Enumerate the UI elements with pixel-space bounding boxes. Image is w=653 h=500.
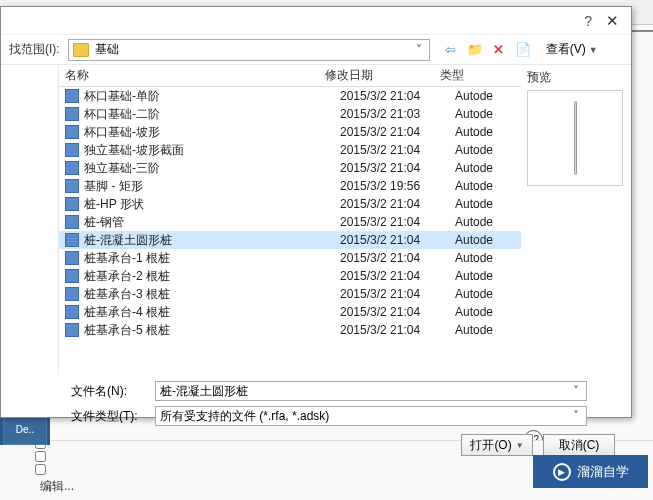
file-name: 杯口基础-单阶 bbox=[84, 88, 340, 105]
file-date: 2015/3/2 21:03 bbox=[340, 107, 455, 121]
file-date: 2015/3/2 19:56 bbox=[340, 179, 455, 193]
filetype-label: 文件类型(T): bbox=[71, 408, 149, 425]
file-type: Autode bbox=[455, 161, 505, 175]
col-type[interactable]: 类型 bbox=[440, 67, 490, 84]
file-row[interactable]: 杯口基础-二阶2015/3/2 21:03Autode bbox=[59, 105, 521, 123]
filename-value: 桩-混凝土圆形桩 bbox=[160, 383, 248, 400]
lookin-value: 基础 bbox=[95, 41, 119, 58]
file-type: Autode bbox=[455, 107, 505, 121]
nav-icons: ⇦ 📁 ✕ 📄 bbox=[442, 41, 532, 59]
folder-icon bbox=[73, 43, 89, 57]
file-name: 杯口基础-坡形 bbox=[84, 124, 340, 141]
file-type: Autode bbox=[455, 125, 505, 139]
file-date: 2015/3/2 21:04 bbox=[340, 197, 455, 211]
col-name[interactable]: 名称 bbox=[65, 67, 325, 84]
file-row[interactable]: 桩-钢管2015/3/2 21:04Autode bbox=[59, 213, 521, 231]
file-name: 桩-HP 形状 bbox=[84, 196, 340, 213]
watermark-sub: zixue.3d66.com bbox=[587, 489, 643, 498]
file-row[interactable]: 桩基承台-2 根桩2015/3/2 21:04Autode bbox=[59, 267, 521, 285]
file-row[interactable]: 桩-混凝土圆形桩2015/3/2 21:04Autode bbox=[59, 231, 521, 249]
file-row[interactable]: 杯口基础-单阶2015/3/2 21:04Autode bbox=[59, 87, 521, 105]
lookin-label: 找范围(I): bbox=[9, 41, 60, 58]
filename-combo[interactable]: 桩-混凝土圆形桩 ˅ bbox=[155, 381, 587, 401]
file-icon bbox=[65, 251, 79, 265]
file-row[interactable]: 独立基础-三阶2015/3/2 21:04Autode bbox=[59, 159, 521, 177]
cancel-button[interactable]: 取消(C) bbox=[543, 434, 615, 456]
file-type: Autode bbox=[455, 305, 505, 319]
file-row[interactable]: 独立基础-坡形截面2015/3/2 21:04Autode bbox=[59, 141, 521, 159]
file-row[interactable]: 杯口基础-坡形2015/3/2 21:04Autode bbox=[59, 123, 521, 141]
dialog-toolbar: 找范围(I): 基础 ˅ ⇦ 📁 ✕ 📄 查看(V) ▼ bbox=[1, 35, 631, 65]
file-row[interactable]: 桩基承台-5 根桩2015/3/2 21:04Autode bbox=[59, 321, 521, 339]
help-icon[interactable]: ? bbox=[584, 13, 592, 29]
file-date: 2015/3/2 21:04 bbox=[340, 251, 455, 265]
file-row[interactable]: 桩基承台-4 根桩2015/3/2 21:04Autode bbox=[59, 303, 521, 321]
preview-pane: 预览 bbox=[521, 65, 631, 375]
file-name: 独立基础-坡形截面 bbox=[84, 142, 340, 159]
file-row[interactable]: 桩-HP 形状2015/3/2 21:04Autode bbox=[59, 195, 521, 213]
dialog-titlebar: ? ✕ bbox=[1, 7, 631, 35]
file-icon bbox=[65, 143, 79, 157]
watermark: ▶ 溜溜自学 bbox=[533, 455, 648, 488]
file-name: 桩-混凝土圆形桩 bbox=[84, 232, 340, 249]
preview-label: 预览 bbox=[527, 69, 625, 86]
file-date: 2015/3/2 21:04 bbox=[340, 269, 455, 283]
file-icon bbox=[65, 125, 79, 139]
preview-shape bbox=[574, 101, 577, 175]
file-type: Autode bbox=[455, 323, 505, 337]
file-icon bbox=[65, 197, 79, 211]
filetype-value: 所有受支持的文件 (*.rfa, *.adsk) bbox=[160, 408, 329, 425]
lookin-combo[interactable]: 基础 ˅ bbox=[68, 39, 430, 61]
chevron-down-icon: ˅ bbox=[411, 43, 427, 57]
dialog-places bbox=[1, 65, 59, 375]
file-name: 桩基承台-2 根桩 bbox=[84, 268, 340, 285]
file-icon bbox=[65, 287, 79, 301]
file-list[interactable]: 杯口基础-单阶2015/3/2 21:04Autode杯口基础-二阶2015/3… bbox=[59, 87, 521, 375]
chevron-down-icon: ˅ bbox=[568, 409, 584, 423]
file-date: 2015/3/2 21:04 bbox=[340, 233, 455, 247]
file-name: 桩基承台-4 根桩 bbox=[84, 304, 340, 321]
back-icon[interactable]: ⇦ bbox=[442, 41, 460, 59]
filetype-combo[interactable]: 所有受支持的文件 (*.rfa, *.adsk) ˅ bbox=[155, 406, 587, 426]
file-name: 独立基础-三阶 bbox=[84, 160, 340, 177]
file-type: Autode bbox=[455, 251, 505, 265]
file-date: 2015/3/2 21:04 bbox=[340, 215, 455, 229]
chevron-down-icon: ▼ bbox=[589, 45, 598, 55]
col-date[interactable]: 修改日期 bbox=[325, 67, 440, 84]
file-date: 2015/3/2 21:04 bbox=[340, 323, 455, 337]
file-row[interactable]: 桩基承台-3 根桩2015/3/2 21:04Autode bbox=[59, 285, 521, 303]
file-date: 2015/3/2 21:04 bbox=[340, 287, 455, 301]
up-icon[interactable]: 📁 bbox=[466, 41, 484, 59]
view-button[interactable]: 查看(V) ▼ bbox=[542, 40, 602, 59]
filename-label: 文件名(N): bbox=[71, 383, 149, 400]
file-row[interactable]: 基脚 - 矩形2015/3/2 19:56Autode bbox=[59, 177, 521, 195]
close-icon[interactable]: ✕ bbox=[606, 12, 619, 30]
file-name: 基脚 - 矩形 bbox=[84, 178, 340, 195]
file-date: 2015/3/2 21:04 bbox=[340, 143, 455, 157]
file-date: 2015/3/2 21:04 bbox=[340, 305, 455, 319]
edit-link[interactable]: 编辑... bbox=[40, 478, 74, 495]
dialog-body: 名称 修改日期 类型 杯口基础-单阶2015/3/2 21:04Autode杯口… bbox=[1, 65, 631, 375]
cancel-label: 取消(C) bbox=[559, 437, 600, 454]
file-icon bbox=[65, 215, 79, 229]
chevron-down-icon: ˅ bbox=[568, 384, 584, 398]
chevron-down-icon: ▼ bbox=[516, 441, 524, 450]
file-icon bbox=[65, 89, 79, 103]
file-icon bbox=[65, 161, 79, 175]
file-name: 桩基承台-5 根桩 bbox=[84, 322, 340, 339]
checkbox-3[interactable] bbox=[35, 464, 46, 475]
file-date: 2015/3/2 21:04 bbox=[340, 125, 455, 139]
file-type: Autode bbox=[455, 89, 505, 103]
dialog-fields: 文件名(N): 桩-混凝土圆形桩 ˅ 文件类型(T): 所有受支持的文件 (*.… bbox=[1, 375, 631, 428]
file-row[interactable]: 桩基承台-1 根桩2015/3/2 21:04Autode bbox=[59, 249, 521, 267]
file-date: 2015/3/2 21:04 bbox=[340, 89, 455, 103]
new-folder-icon[interactable]: 📄 bbox=[514, 41, 532, 59]
open-button[interactable]: 打开(O) ▼ bbox=[461, 434, 533, 456]
delete-icon[interactable]: ✕ bbox=[490, 41, 508, 59]
file-name: 桩基承台-3 根桩 bbox=[84, 286, 340, 303]
watermark-text: 溜溜自学 bbox=[577, 463, 629, 481]
file-type: Autode bbox=[455, 143, 505, 157]
file-pane: 名称 修改日期 类型 杯口基础-单阶2015/3/2 21:04Autode杯口… bbox=[59, 65, 521, 375]
file-type: Autode bbox=[455, 179, 505, 193]
file-type: Autode bbox=[455, 197, 505, 211]
